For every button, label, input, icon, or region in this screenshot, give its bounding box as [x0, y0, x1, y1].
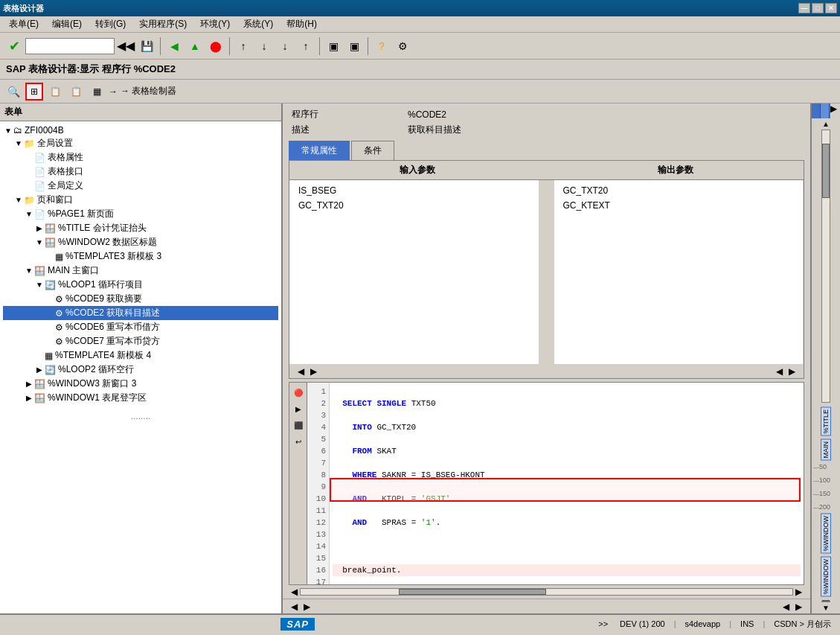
toggle-icon[interactable]: ▼ — [34, 281, 45, 289]
back-button[interactable]: ◀◀ — [116, 36, 135, 56]
scale-200: —200 — [813, 503, 839, 511]
mini-expand-btn[interactable]: ▶ — [830, 103, 840, 118]
bottom-nav-left-btn2[interactable]: ◀ — [780, 602, 792, 612]
save-button[interactable]: 💾 — [137, 36, 156, 56]
tree-item-template4[interactable]: ▦ %TEMPLATE4 新模板 4 — [3, 348, 278, 363]
hscroll-track[interactable] — [300, 588, 793, 596]
tree-item-code6[interactable]: ⚙ %CODE6 重写本币借方 — [3, 320, 278, 334]
bottom-nav-left-btn[interactable]: ◀ — [289, 602, 300, 612]
bottom-nav-right-btn[interactable]: ▶ — [301, 602, 312, 612]
menu-goto[interactable]: 转到(G) — [89, 16, 132, 32]
toggle-icon[interactable]: ▼ — [24, 267, 34, 275]
tree-item-pages-windows[interactable]: ▼ 📁 页和窗口 — [3, 193, 278, 207]
code-btn3[interactable]: ⬛ — [291, 418, 306, 433]
toggle-icon[interactable]: ▼ — [13, 139, 24, 147]
settings-btn[interactable]: ⚙ — [393, 36, 412, 56]
menu-environment[interactable]: 环境(Y) — [194, 16, 236, 32]
nav-left-btn2[interactable]: ◀ — [774, 366, 785, 377]
mini-label-window2[interactable]: %WINDOW — [821, 557, 831, 597]
nav-left[interactable]: ↑ — [296, 36, 315, 56]
nav-down[interactable]: ↓ — [254, 36, 274, 56]
toggle-icon[interactable]: ▶ — [34, 224, 45, 232]
help-btn[interactable]: ? — [372, 36, 391, 56]
tree-item-global-settings[interactable]: ▼ 📁 全局设置 — [3, 136, 278, 150]
toggle-icon[interactable]: ▼ — [24, 210, 34, 218]
tree-item-main[interactable]: ▼ 🪟 MAIN 主窗口 — [3, 264, 278, 278]
table-painter-link[interactable]: → → 表格绘制器 — [109, 85, 176, 98]
tab-conditions[interactable]: 条件 — [351, 141, 394, 160]
toggle-icon[interactable]: ▶ — [34, 366, 45, 374]
vscroll-up[interactable]: ▲ — [822, 120, 830, 128]
tree-item-template3[interactable]: ▦ %TEMPLATE3 新模板 3 — [3, 249, 278, 264]
nav-up[interactable]: ↑ — [234, 36, 253, 56]
bottom-nav-right-btn2[interactable]: ▶ — [793, 602, 804, 612]
sub-btn5[interactable]: ▦ — [88, 83, 106, 100]
toggle-icon[interactable]: ▼ — [13, 196, 24, 204]
nav-right-btn[interactable]: ▶ — [308, 366, 319, 377]
menu-table[interactable]: 表单(E) — [3, 16, 45, 32]
toolbar-combo[interactable] — [25, 38, 115, 54]
vscroll-track[interactable] — [821, 130, 830, 403]
toggle-icon[interactable]: ▼ — [34, 238, 45, 246]
sub-btn4[interactable]: 📋 — [67, 83, 85, 100]
mini-btn1[interactable] — [812, 103, 821, 118]
tree-item-window1[interactable]: ▶ 🪟 %WINDOW1 表尾登字区 — [3, 391, 278, 405]
select-btn2[interactable]: ▣ — [344, 36, 364, 56]
output-param-0[interactable]: GC_TXT20 — [560, 183, 798, 198]
tab-general[interactable]: 常规属性 — [289, 141, 350, 160]
code-content[interactable]: SELECT SINGLE TXT50 INTO GC_TXT20 FROM S… — [330, 383, 804, 585]
tree-item-code9[interactable]: ⚙ %CODE9 获取摘要 — [3, 292, 278, 306]
tree-item-code2[interactable]: ⚙ %CODE2 获取科目描述 — [3, 306, 278, 320]
menu-system[interactable]: 系统(Y) — [237, 16, 279, 32]
code-btn2[interactable]: ▶ — [291, 402, 306, 417]
toggle-icon[interactable]: ▼ — [3, 127, 13, 135]
prev-page-button[interactable]: ◀ — [164, 36, 184, 56]
vscroll-track-bottom[interactable] — [821, 601, 830, 602]
close-button[interactable]: ✕ — [825, 3, 837, 13]
sub-btn1[interactable]: 🔍 — [4, 83, 22, 100]
menu-utilities[interactable]: 实用程序(S) — [133, 16, 193, 32]
tree-item-code7[interactable]: ⚙ %CODE7 重写本币贷方 — [3, 334, 278, 348]
tree-item-title[interactable]: ▶ 🪟 %TITLE 会计凭证抬头 — [3, 221, 278, 235]
hscroll-thumb[interactable] — [399, 589, 546, 595]
up-button[interactable]: ▲ — [185, 36, 205, 56]
toggle-icon[interactable]: ▶ — [24, 394, 34, 402]
menu-edit[interactable]: 编辑(E) — [46, 16, 88, 32]
output-param-1[interactable]: GC_KTEXT — [560, 198, 798, 213]
minimize-button[interactable]: — — [798, 3, 810, 13]
tree-item-window2[interactable]: ▼ 🪟 %WINDOW2 数据区标题 — [3, 235, 278, 249]
maximize-button[interactable]: □ — [812, 3, 824, 13]
tree-item-page1[interactable]: ▼ 📄 %PAGE1 新页面 — [3, 207, 278, 221]
nav-right-btn2[interactable]: ▶ — [786, 366, 798, 377]
tree-item-window3[interactable]: ▶ 🪟 %WINDOW3 新窗口 3 — [3, 377, 278, 391]
code-btn4[interactable]: ↩ — [291, 435, 306, 450]
sub-btn2-highlighted[interactable]: ⊞ — [25, 83, 43, 100]
menu-help[interactable]: 帮助(H) — [280, 16, 323, 32]
vscroll-down[interactable]: ▼ — [822, 604, 830, 612]
mini-label-main[interactable]: MAIN — [821, 439, 831, 461]
sub-btn3[interactable]: 📋 — [46, 83, 64, 100]
tree-item-table-props[interactable]: 📄 表格属性 — [3, 150, 278, 165]
mini-label-title[interactable]: %TITLE — [821, 407, 831, 436]
code-btn1[interactable]: 🔴 — [291, 386, 306, 401]
hscroll-right[interactable]: ▶ — [793, 587, 804, 597]
nav-left-btn[interactable]: ◀ — [295, 366, 307, 377]
input-param-0[interactable]: IS_BSEG — [295, 183, 533, 198]
vscroll-thumb[interactable] — [822, 144, 830, 198]
window-icon: 🪟 — [45, 223, 56, 234]
stop-button[interactable]: ⬤ — [206, 36, 225, 56]
hscroll-left[interactable]: ◀ — [289, 587, 300, 597]
toggle-icon[interactable]: ▶ — [24, 380, 34, 388]
tree-item-global-def[interactable]: 📄 全局定义 — [3, 179, 278, 193]
tree-item-zfi0004b[interactable]: ▼ 🗂 ZFI0004B — [3, 124, 278, 136]
tree-item-table-interface[interactable]: 📄 表格接口 — [3, 165, 278, 179]
tree-item-loop2[interactable]: ▶ 🔄 %LOOP2 循环空行 — [3, 363, 278, 377]
mini-btn2[interactable] — [821, 103, 830, 118]
input-param-1[interactable]: GC_TXT20 — [295, 198, 533, 213]
tree-item-loop1[interactable]: ▼ 🔄 %LOOP1 循环行项目 — [3, 278, 278, 292]
checkmark-button[interactable]: ✔ — [4, 36, 24, 56]
nav-right[interactable]: ↓ — [275, 36, 295, 56]
vscroll-thumb-bottom[interactable] — [822, 600, 830, 602]
select-btn1[interactable]: ▣ — [324, 36, 343, 56]
mini-label-window1[interactable]: %WINDOW — [821, 514, 831, 554]
